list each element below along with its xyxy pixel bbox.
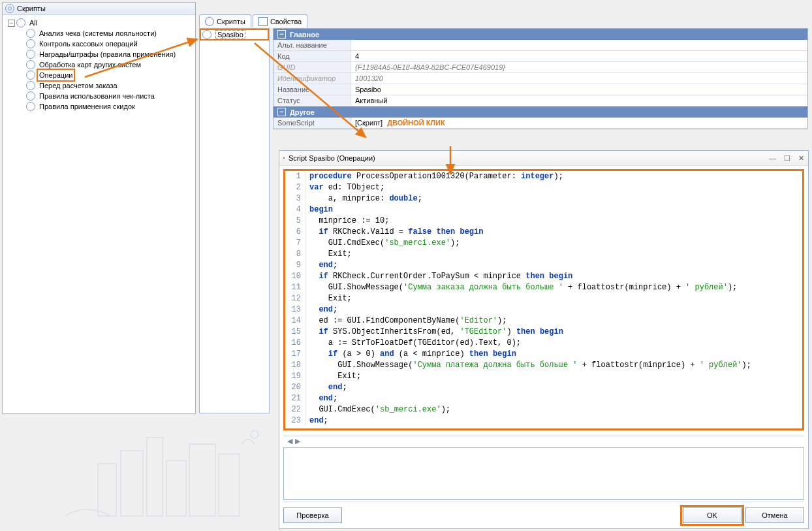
script-icon <box>26 71 35 80</box>
tab-scripts-label: Скрипты <box>217 18 245 25</box>
dialog-button-bar: Проверка OK Отмена <box>283 502 804 524</box>
double-click-hint: ДВОЙНОЙ КЛИК <box>387 119 445 127</box>
properties-panel: − Главное Альт. название Код 4 GUID {F11… <box>273 28 808 129</box>
script-icon <box>26 102 35 111</box>
script-list-item-label: Spasibo <box>215 30 245 39</box>
tree-item-label: Перед расчетом заказа <box>38 80 119 91</box>
tree-item-label: Правила применения скидок <box>38 101 136 112</box>
scripts-tree-panel: Скрипты − All Анализ чека (системы лояль… <box>2 2 196 414</box>
script-icon <box>205 17 214 26</box>
script-icon <box>202 30 211 39</box>
scripts-tree-title: Скрипты <box>17 3 46 14</box>
dialog-icon <box>283 157 285 159</box>
code-editor[interactable]: 1procedure ProcessOperation1001320(Param… <box>283 169 804 430</box>
cancel-button[interactable]: Отмена <box>745 507 804 523</box>
prop-label: Идентификатор <box>273 73 351 84</box>
scripts-tree[interactable]: − All Анализ чека (системы лояльности)Ко… <box>3 15 195 114</box>
tab-properties[interactable]: Свойства <box>253 14 307 27</box>
properties-icon <box>258 17 268 26</box>
prop-value[interactable]: 4 <box>351 51 807 61</box>
prop-label: Название <box>273 84 351 95</box>
script-list-panel: Spasibo <box>199 28 270 413</box>
svg-point-6 <box>251 430 258 438</box>
ok-button-label: OK <box>707 511 717 519</box>
tree-item[interactable]: Награды/штрафы (правила применения) <box>26 49 193 59</box>
prop-value[interactable]: Активный <box>351 95 807 106</box>
detail-tabs: Скрипты Свойства <box>199 14 309 27</box>
arrow-right-icon[interactable]: ▶ <box>295 437 300 445</box>
script-icon <box>26 39 35 48</box>
section-main-header[interactable]: − Главное <box>273 29 807 40</box>
script-icon <box>26 29 35 38</box>
prop-row-code[interactable]: Код 4 <box>273 51 807 62</box>
tree-item-label: Операции <box>38 70 74 80</box>
maximize-button[interactable]: ☐ <box>784 154 790 163</box>
tree-item-label: Обработка карт других систем <box>38 59 142 70</box>
tree-item-label: Анализ чека (системы лояльности) <box>38 28 158 39</box>
messages-panel[interactable] <box>283 447 804 500</box>
prop-row-status[interactable]: Статус Активный <box>273 95 807 106</box>
svg-rect-4 <box>189 444 215 516</box>
tab-properties-label: Свойства <box>270 18 302 25</box>
tree-item[interactable]: Обработка карт других систем <box>26 59 193 70</box>
prop-row-name[interactable]: Название Spasibo <box>273 84 807 95</box>
nav-separator: ◀ ▶ <box>283 436 804 445</box>
minimize-button[interactable]: — <box>769 154 776 163</box>
section-other-label: Другое <box>290 108 315 116</box>
prop-value[interactable] <box>351 40 807 50</box>
close-button[interactable]: ✕ <box>798 154 804 163</box>
dialog-title-text: Script Spasibo (Операции) <box>289 154 375 162</box>
prop-row-guid: GUID {F11984A5-0E18-48A9-82BC-FCE07E4690… <box>273 62 807 73</box>
minus-icon[interactable]: − <box>277 30 286 39</box>
section-other-header[interactable]: − Другое <box>273 106 807 118</box>
tree-item[interactable]: Правила использования чек-листа <box>26 91 193 101</box>
background-illustration <box>59 418 287 529</box>
prop-row-somescript[interactable]: SomeScript [Скрипт] ДВОЙНОЙ КЛИК <box>273 118 807 129</box>
prop-row-altname[interactable]: Альт. название <box>273 40 807 51</box>
dialog-title-bar[interactable]: Script Spasibo (Операции) — ☐ ✕ <box>279 151 808 166</box>
cancel-button-label: Отмена <box>762 511 787 519</box>
prop-label: SomeScript <box>273 118 351 128</box>
verify-button[interactable]: Проверка <box>283 507 342 523</box>
script-icon <box>26 60 35 69</box>
tree-item[interactable]: Правила применения скидок <box>26 101 193 112</box>
prop-label: Статус <box>273 95 351 106</box>
svg-rect-1 <box>121 451 143 516</box>
verify-button-label: Проверка <box>296 511 328 519</box>
tree-item-label: Контроль кассовых операций <box>38 39 139 49</box>
tree-item[interactable]: Перед расчетом заказа <box>26 80 193 91</box>
prop-label: Альт. название <box>273 40 351 50</box>
gear-icon <box>5 4 14 13</box>
script-editor-dialog: Script Spasibo (Операции) — ☐ ✕ 1procedu… <box>279 150 809 529</box>
script-icon <box>26 50 35 59</box>
svg-rect-0 <box>98 464 116 516</box>
tree-item[interactable]: Анализ чека (системы лояльности) <box>26 28 193 39</box>
prop-value[interactable]: Spasibo <box>351 84 807 95</box>
prop-value: {F11984A5-0E18-48A9-82BC-FCE07E469019} <box>351 62 807 72</box>
script-list-item[interactable]: Spasibo <box>200 29 269 40</box>
prop-label: Код <box>273 51 351 61</box>
section-main-label: Главное <box>290 31 319 39</box>
svg-rect-5 <box>219 454 240 516</box>
script-icon <box>26 91 35 101</box>
arrow-left-icon[interactable]: ◀ <box>287 437 292 445</box>
tree-item-label: Награды/штрафы (правила применения) <box>38 49 177 59</box>
collapse-icon[interactable]: − <box>8 20 15 27</box>
tree-item[interactable]: Операции <box>26 70 193 80</box>
prop-label: GUID <box>273 62 351 72</box>
svg-rect-2 <box>147 438 163 516</box>
prop-value[interactable]: [Скрипт] ДВОЙНОЙ КЛИК <box>351 118 807 128</box>
prop-row-id: Идентификатор 1001320 <box>273 73 807 84</box>
minus-icon[interactable]: − <box>277 108 286 116</box>
script-bracket-label: [Скрипт] <box>355 119 383 127</box>
tree-root[interactable]: − All <box>8 18 193 28</box>
tree-root-label: All <box>28 18 39 28</box>
script-icon <box>26 81 35 90</box>
svg-rect-3 <box>166 460 186 516</box>
prop-value: 1001320 <box>351 73 807 84</box>
scripts-tree-title-bar: Скрипты <box>3 3 195 15</box>
tab-scripts[interactable]: Скрипты <box>199 14 251 27</box>
ok-button[interactable]: OK <box>683 507 742 523</box>
folder-icon <box>16 18 25 27</box>
tree-item[interactable]: Контроль кассовых операций <box>26 39 193 49</box>
